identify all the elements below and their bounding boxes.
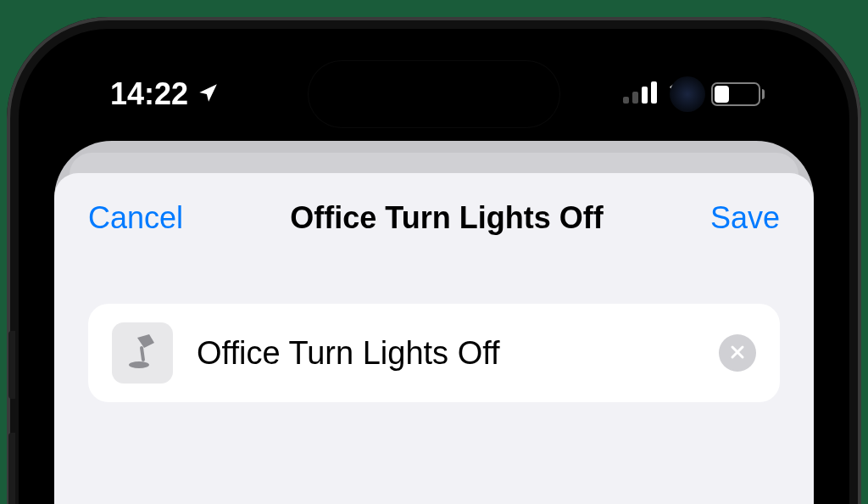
cellular-icon — [623, 81, 657, 107]
scene-name-input[interactable] — [197, 335, 695, 372]
side-button — [8, 331, 15, 399]
battery-percent: 31 — [713, 86, 759, 104]
svg-rect-3 — [651, 81, 657, 104]
clear-text-button[interactable] — [719, 334, 756, 372]
phone-frame: 14:22 — [7, 17, 861, 504]
side-button — [8, 433, 15, 504]
name-input-row — [88, 304, 780, 402]
front-camera — [670, 76, 705, 112]
phone-screen: 14:22 — [19, 29, 849, 504]
save-button[interactable]: Save — [710, 200, 780, 236]
battery-indicator: 31 — [711, 82, 765, 106]
dynamic-island — [309, 61, 559, 127]
scene-icon-button[interactable] — [112, 322, 173, 384]
modal-sheet: Cancel Office Turn Lights Off Save — [54, 173, 814, 504]
cancel-button[interactable]: Cancel — [88, 200, 183, 236]
status-time: 14:22 — [110, 76, 188, 112]
close-icon — [729, 344, 746, 363]
svg-rect-4 — [140, 346, 145, 361]
lamp-icon — [122, 331, 163, 375]
location-icon — [197, 76, 219, 112]
svg-rect-2 — [642, 87, 648, 104]
sheet-title: Office Turn Lights Off — [290, 200, 603, 236]
svg-rect-0 — [623, 97, 629, 104]
svg-rect-1 — [632, 92, 638, 104]
app-screen: Cancel Office Turn Lights Off Save — [54, 141, 814, 504]
svg-point-5 — [129, 361, 149, 368]
nav-bar: Cancel Office Turn Lights Off Save — [54, 173, 814, 236]
